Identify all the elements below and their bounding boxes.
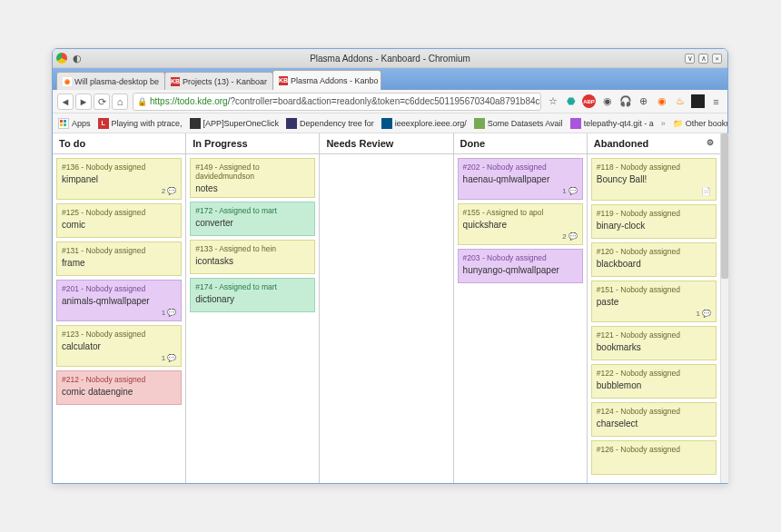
bookmark-item[interactable]: Some Datasets Avail [474,118,563,129]
close-button[interactable]: × [712,54,722,64]
folder-icon: 📁 [673,119,683,128]
board-column: Abandoned⚙#118 - Nobody assignedBouncy B… [588,133,720,483]
home-button[interactable]: ⌂ [112,94,128,110]
url-host: https://todo.kde.org [150,96,228,106]
window-title: Plasma Addons - Kanboard - Chromium [310,54,470,64]
kanban-card[interactable]: #203 - Nobody assignedhunyango-qmlwallpa… [458,249,583,283]
bookmarks-bar: AppsLPlaying with ptrace,[APP]SuperOneCl… [53,113,727,133]
kanban-card[interactable]: #118 - Nobody assignedBouncy Ball! [591,158,717,201]
card-title: comic dataengine [62,387,176,397]
gear-icon[interactable]: ⚙ [707,138,714,149]
kanban-card[interactable]: #212 - Nobody assignedcomic dataengine [56,370,182,405]
bookmark-item[interactable]: Dependency tree for [286,118,374,129]
card-meta: #212 - Nobody assigned [62,375,176,384]
forward-button[interactable]: ► [75,94,92,110]
bookmark-icon [474,118,485,129]
menu-icon[interactable]: ≡ [709,94,723,108]
ext3-icon[interactable]: ⊕ [637,94,650,108]
card-title: binary-clock [597,221,711,231]
bookmark-overflow-icon[interactable]: » [661,119,666,128]
kanban-card[interactable]: #124 - Nobody assignedcharselect [591,402,717,437]
card-title: bookmarks [597,342,711,352]
scrollbar[interactable] [720,133,728,483]
bookmark-label: Some Datasets Avail [488,119,563,128]
tab-label: Projects (13) - Kanboar [183,77,267,86]
card-title: frame [62,258,176,268]
back-button[interactable]: ◄ [57,94,74,110]
card-meta: #124 - Nobody assigned [597,407,711,416]
column-header: In Progress [186,133,319,154]
bookmark-label: Dependency tree for [300,119,374,128]
flame-icon[interactable]: ♨ [673,94,687,108]
ext4-icon[interactable] [691,94,705,108]
tab-label: Plasma Addons - Kanbo [291,76,379,85]
card-meta: #149 - Assigned to davidedmundson [195,163,310,181]
card-title: animals-qmlwallpaper [62,296,176,306]
maximize-button[interactable]: ∧ [698,54,708,64]
lock-icon: 🔒 [137,97,147,106]
card-title: bubblemon [597,380,711,390]
kanban-card[interactable]: #202 - Nobody assignedhaenau-qmlwallpape… [458,158,583,200]
column-title: Abandoned [594,138,649,149]
bookmark-icon [286,118,297,129]
column-body: #118 - Nobody assignedBouncy Ball!#119 -… [588,154,720,483]
kanban-card[interactable]: #172 - Assigned to martconverter [190,202,315,236]
reddit-icon[interactable]: ◉ [655,94,668,108]
kanban-card[interactable]: #121 - Nobody assignedbookmarks [591,326,717,360]
abp-icon[interactable]: ABP [582,94,596,108]
kanban-card[interactable]: #131 - Nobody assignedframe [56,241,182,276]
kanban-card[interactable]: #125 - Nobody assignedcomic [56,203,182,238]
kanban-card[interactable]: #126 - Nobody assigned [591,440,717,475]
browser-tab[interactable]: ◉Will plasma-desktop be× [56,72,165,90]
board-column: In Progress#149 - Assigned to davidedmun… [186,133,320,483]
comment-count: 1 [562,187,566,195]
comment-count: 2 [162,187,165,195]
bookmark-item[interactable]: telepathy-qt4.git - a [570,118,654,129]
card-footer: 1 [597,310,711,318]
minimize-button[interactable]: ∨ [685,54,695,64]
card-title: calculator [62,341,176,351]
kanban-card[interactable]: #122 - Nobody assignedbubblemon [591,364,717,399]
bookmark-item[interactable]: [APP]SuperOneClick [190,118,280,129]
other-bookmarks[interactable]: 📁Other bookmarks [673,119,727,128]
card-meta: #201 - Nobody assigned [62,284,176,293]
bookmark-label: [APP]SuperOneClick [203,119,280,128]
headphones-icon[interactable]: 🎧 [618,94,632,108]
scroll-thumb[interactable] [721,133,728,279]
kanban-card[interactable]: #120 - Nobody assignedblackboard [591,242,717,277]
kanban-card[interactable]: #155 - Assigned to apolquickshare2 [458,203,583,245]
ext2-icon[interactable]: ◉ [600,94,614,108]
bookmark-label: ieeexplore.ieee.org/ [395,119,467,128]
card-meta: #136 - Nobody assigned [62,163,176,172]
star-icon[interactable]: ☆ [546,94,559,108]
comment-count: 1 [162,309,165,317]
card-title: charselect [597,419,711,429]
bookmark-item[interactable]: ieeexplore.ieee.org/ [381,118,467,129]
tab-favicon: KB [171,77,180,86]
kanban-card[interactable]: #123 - Nobody assignedcalculator1 [56,325,182,367]
bookmark-item[interactable]: Apps [58,118,91,129]
card-meta: #125 - Nobody assigned [62,208,176,217]
card-meta: #119 - Nobody assigned [597,209,711,218]
card-meta: #123 - Nobody assigned [62,330,176,339]
column-body [320,154,452,483]
browser-tab[interactable]: KBProjects (13) - Kanboar× [164,72,273,90]
kanban-card[interactable]: #174 - Assigned to martdictionary [190,278,315,312]
kanban-card[interactable]: #136 - Nobody assignedkimpanel2 [56,158,182,200]
reload-button[interactable]: ⟳ [94,94,110,110]
kanban-card[interactable]: #149 - Assigned to davidedmundsonnotes [190,158,315,198]
tab-label: Will plasma-desktop be [74,77,159,86]
kanban-card[interactable]: #151 - Nobody assignedpaste1 [591,281,717,322]
kanban-card[interactable]: #133 - Assigned to heinicontasks [190,240,315,274]
kanban-card[interactable]: #119 - Nobody assignedbinary-clock [591,204,717,239]
kanban-card[interactable]: #201 - Nobody assignedanimals-qmlwallpap… [56,280,182,321]
bookmark-item[interactable]: LPlaying with ptrace, [98,118,183,129]
card-title: Bouncy Ball! [597,174,711,184]
ext1-icon[interactable]: ⬣ [564,94,578,108]
card-title: haenau-qmlwallpaper [463,174,578,184]
column-body: #149 - Assigned to davidedmundsonnotes#1… [186,154,319,483]
column-title: To do [59,138,85,149]
url-bar[interactable]: 🔒 https://todo.kde.org/?controller=board… [133,93,541,111]
titlebar: ◐ Plasma Addons - Kanboard - Chromium ∨ … [53,49,727,68]
browser-tab[interactable]: KBPlasma Addons - Kanbo× [272,70,381,90]
